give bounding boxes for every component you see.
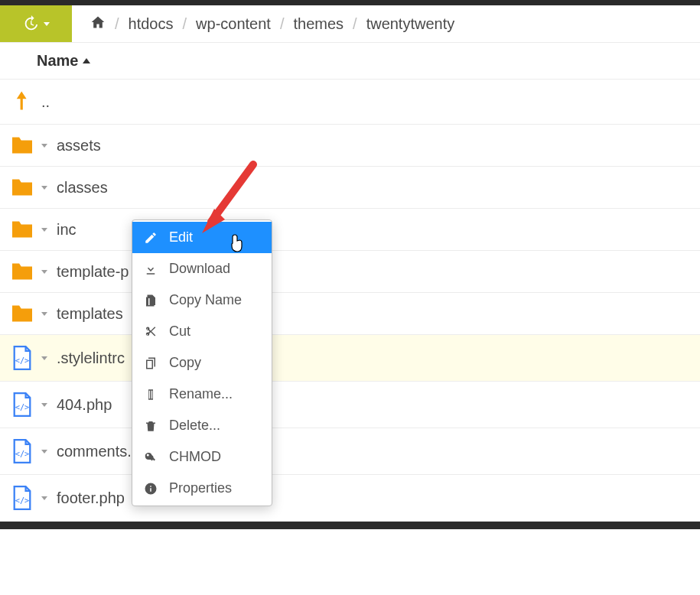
code-file-icon: </> <box>9 439 35 463</box>
menu-properties[interactable]: Properties <box>132 473 272 504</box>
rename-icon <box>143 388 158 402</box>
folder-icon <box>9 304 35 324</box>
parent-dir-label: .. <box>41 93 50 111</box>
column-name-label: Name <box>37 52 78 70</box>
svg-text:</>: </> <box>15 496 30 505</box>
row-folder-classes[interactable]: classes <box>0 167 700 209</box>
menu-copy-name-label: Copy Name <box>169 292 242 308</box>
caret-down-icon[interactable] <box>41 270 47 274</box>
menu-cut[interactable]: Cut <box>132 316 272 347</box>
context-menu: Edit Download Copy Name Cut Copy Rename.… <box>132 219 272 506</box>
row-file-stylelintrc[interactable]: </> .stylelintrc <box>0 335 700 382</box>
edit-icon <box>143 231 158 245</box>
file-label: footer.php <box>57 489 125 507</box>
window-top-border <box>0 0 700 5</box>
row-folder-templates[interactable]: templates <box>0 293 700 335</box>
folder-label: templates <box>57 305 123 323</box>
caret-down-icon[interactable] <box>41 450 47 454</box>
menu-copy-label: Copy <box>169 355 201 371</box>
caret-down-icon[interactable] <box>41 144 47 148</box>
breadcrumb-sep: / <box>112 15 122 33</box>
home-icon <box>90 15 106 30</box>
history-icon <box>22 15 39 32</box>
file-manager-window: / htdocs / wp-content / themes / twentyt… <box>0 0 700 529</box>
history-button[interactable] <box>0 5 72 42</box>
folder-icon <box>9 177 35 197</box>
menu-properties-label: Properties <box>169 480 232 496</box>
file-label: 404.php <box>57 396 112 414</box>
folder-icon <box>9 135 35 155</box>
menu-cut-label: Cut <box>169 324 190 340</box>
breadcrumb-sep: / <box>180 15 190 33</box>
folder-label: inc <box>57 221 77 239</box>
caret-down-icon[interactable] <box>41 496 47 500</box>
up-arrow-icon <box>9 90 35 113</box>
copy-icon <box>143 356 158 370</box>
breadcrumb-sep: / <box>350 15 360 33</box>
menu-rename-label: Rename... <box>169 386 233 402</box>
menu-rename[interactable]: Rename... <box>132 379 272 410</box>
row-file-footer[interactable]: </> footer.php <box>0 475 700 522</box>
folder-label: template-p <box>57 263 129 281</box>
menu-download-label: Download <box>169 261 230 277</box>
menu-copy-name[interactable]: Copy Name <box>132 284 272 316</box>
menu-copy[interactable]: Copy <box>132 347 272 379</box>
menu-edit-label: Edit <box>169 229 193 245</box>
folder-label: assets <box>57 137 101 154</box>
window-bottom-border <box>0 522 700 529</box>
code-file-icon: </> <box>9 346 35 370</box>
code-file-icon: </> <box>9 392 35 417</box>
svg-text:</>: </> <box>15 449 30 458</box>
caret-down-icon[interactable] <box>41 228 47 232</box>
caret-down-icon[interactable] <box>41 403 47 407</box>
row-file-comments[interactable]: </> comments.php <box>0 428 700 475</box>
menu-chmod[interactable]: CHMOD <box>132 441 272 473</box>
trash-icon <box>143 419 158 433</box>
row-parent-dir[interactable]: .. <box>0 80 700 125</box>
caret-down-icon[interactable] <box>41 186 47 190</box>
breadcrumb-sep: / <box>277 15 288 33</box>
cut-icon <box>143 325 158 339</box>
menu-chmod-label: CHMOD <box>169 449 221 465</box>
row-folder-template-parts[interactable]: template-p <box>0 251 700 293</box>
breadcrumb-wp-content[interactable]: wp-content <box>190 15 277 33</box>
copy-name-icon <box>143 294 158 307</box>
info-icon <box>143 482 158 496</box>
row-folder-assets[interactable]: assets <box>0 125 700 167</box>
folder-icon <box>9 262 35 281</box>
breadcrumb-twentytwenty[interactable]: twentytwenty <box>360 15 461 33</box>
breadcrumb-themes[interactable]: themes <box>287 15 350 33</box>
table-header[interactable]: Name <box>0 43 700 80</box>
svg-text:</>: </> <box>15 402 30 411</box>
menu-edit[interactable]: Edit <box>132 222 272 253</box>
caret-down-icon[interactable] <box>41 312 47 316</box>
caret-down-icon[interactable] <box>41 356 47 360</box>
key-icon <box>143 450 158 464</box>
header-bar: / htdocs / wp-content / themes / twentyt… <box>0 5 700 43</box>
row-file-404[interactable]: </> 404.php <box>0 382 700 428</box>
breadcrumb: / htdocs / wp-content / themes / twentyt… <box>72 5 473 42</box>
folder-label: classes <box>57 179 108 197</box>
file-label: .stylelintrc <box>57 350 125 367</box>
svg-text:</>: </> <box>15 356 30 365</box>
folder-icon <box>9 219 35 239</box>
download-icon <box>143 262 158 276</box>
menu-download[interactable]: Download <box>132 253 272 284</box>
menu-delete-label: Delete... <box>169 418 220 434</box>
breadcrumb-htdocs[interactable]: htdocs <box>122 15 180 33</box>
row-folder-inc[interactable]: inc <box>0 209 700 251</box>
chevron-down-icon <box>44 22 50 26</box>
code-file-icon: </> <box>9 486 35 510</box>
sort-asc-icon <box>83 58 90 63</box>
menu-delete[interactable]: Delete... <box>132 410 272 441</box>
breadcrumb-home[interactable] <box>84 15 112 34</box>
